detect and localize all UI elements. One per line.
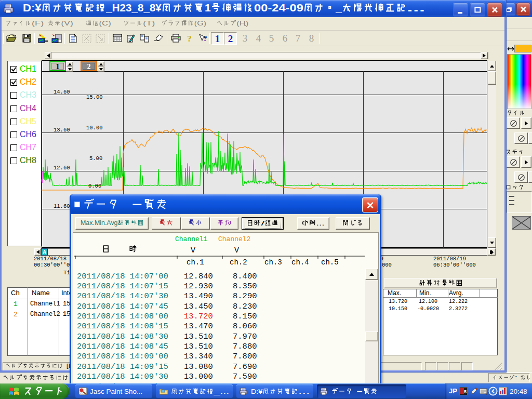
svg-text:_: _ xyxy=(335,2,342,14)
svg-text:(T): (T) xyxy=(143,20,155,27)
svg-text:(C): (C) xyxy=(99,20,111,27)
svg-text:(H): (H) xyxy=(236,20,248,27)
svg-text:?: ? xyxy=(203,34,207,43)
svg-text:/: / xyxy=(261,219,264,227)
svg-text:_...: _... xyxy=(213,387,229,395)
svg-text:...: ... xyxy=(407,2,425,14)
svg-text::: : xyxy=(515,375,517,380)
svg-text:(G): (G) xyxy=(194,20,206,27)
svg-text:(F): (F) xyxy=(32,20,44,27)
svg-text:...: ... xyxy=(316,219,325,227)
svg-text:...: ... xyxy=(298,387,310,395)
svg-text:Max.Min.Avg: Max.Min.Avg xyxy=(81,219,118,227)
svg-text:D:¥: D:¥ xyxy=(23,2,42,14)
svg-text:?: ? xyxy=(187,34,192,43)
svg-text:_H23_8_8¥: _H23_8_8¥ xyxy=(105,2,162,14)
svg-text:D:¥: D:¥ xyxy=(251,387,263,395)
svg-text:1: 1 xyxy=(205,2,211,14)
svg-text:00-24-09: 00-24-09 xyxy=(254,2,303,14)
svg-text:(V): (V) xyxy=(61,20,73,27)
